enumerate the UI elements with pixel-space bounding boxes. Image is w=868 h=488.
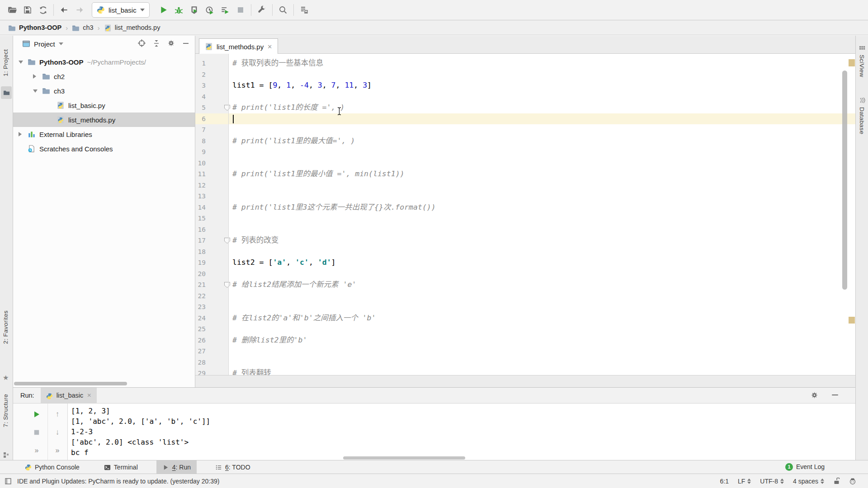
tool-window-button-python-console[interactable]: Python Console [19, 460, 85, 474]
error-stripe-mark[interactable] [849, 59, 855, 66]
tool-tab-database[interactable]: Database [859, 107, 865, 134]
tool-tab-project[interactable]: 1: Project [2, 49, 9, 76]
code-line-6[interactable]: 6 [195, 113, 855, 125]
rerun-button[interactable] [32, 410, 41, 419]
tree-item-list-methods-py[interactable]: list_methods.py [13, 113, 195, 127]
code-line-22[interactable]: 22 [195, 291, 855, 302]
fold-marker-icon[interactable] [224, 282, 230, 288]
breadcrumb-item[interactable]: ch3 [72, 24, 93, 32]
console-output[interactable]: [1, 2, 3][1, 'abc', 2.0, ['a', 'b', 'c']… [71, 406, 210, 458]
toolwindow-toggle-icon[interactable] [5, 478, 12, 486]
code-line-14[interactable]: 14# print('list1里3这个元素一共出现了{}次.format()) [195, 202, 855, 213]
save-all-icon[interactable] [20, 3, 35, 17]
code-line-24[interactable]: 24# 在list2的'a'和'b'之间插入一个 'b' [195, 313, 855, 324]
tree-item-external-libraries[interactable]: External Libraries [13, 127, 195, 141]
hide-panel-icon[interactable] [182, 40, 189, 48]
code-line-13[interactable]: 13 [195, 191, 855, 202]
indent-widget[interactable]: 4 spaces [793, 478, 824, 485]
editor-tab-list-methods[interactable]: list_methods.py ✕ [199, 38, 278, 54]
code-line-18[interactable]: 18 [195, 246, 855, 258]
project-horizontal-scrollbar[interactable] [14, 382, 127, 385]
code-line-19[interactable]: 19list2 = ['a', 'c', 'd'] [195, 257, 855, 268]
locate-file-icon[interactable] [138, 39, 146, 48]
hector-inspector-icon[interactable] [849, 478, 856, 485]
chevron-collapsed-icon[interactable] [33, 74, 42, 79]
editor-vertical-scrollbar[interactable] [842, 70, 847, 290]
chevron-expanded-icon[interactable] [33, 89, 42, 93]
code-line-28[interactable]: 28 [195, 357, 855, 368]
code-line-17[interactable]: 17# 列表的改变 [195, 235, 855, 246]
structure-icon[interactable] [3, 452, 9, 460]
code-editor[interactable]: 1# 获取列表的一些基本信息23list1 = [9, 1, -4, 3, 7,… [195, 54, 855, 375]
chevron-collapsed-icon[interactable] [19, 132, 28, 136]
code-line-16[interactable]: 16 [195, 224, 855, 235]
line-separator-widget[interactable]: LF [738, 478, 751, 485]
chevron-expanded-icon[interactable] [19, 61, 28, 64]
breadcrumb-item[interactable]: Python3-OOP [8, 24, 61, 32]
run-configuration-select[interactable]: list_basic [92, 2, 150, 18]
sciview-icon[interactable] [859, 46, 865, 54]
down-stack-trace-icon[interactable]: ↓ [53, 428, 62, 437]
tree-item-scratches-and-consoles[interactable]: Scratches and Consoles [13, 141, 195, 156]
tree-item-ch3[interactable]: ch3 [13, 84, 195, 98]
code-line-20[interactable]: 20 [195, 268, 855, 280]
stop-process-button[interactable] [32, 428, 41, 437]
code-line-2[interactable]: 2 [195, 69, 855, 80]
fold-marker-icon[interactable] [224, 105, 230, 111]
forward-icon[interactable] [72, 3, 87, 17]
code-line-15[interactable]: 15 [195, 213, 855, 224]
run-tab-list-basic[interactable]: list_basic ✕ [41, 388, 97, 403]
run-settings-gear-icon[interactable] [811, 391, 818, 401]
project-panel-title[interactable]: Project [34, 40, 55, 48]
code-line-9[interactable]: 9 [195, 146, 855, 158]
encoding-widget[interactable]: UTF-8 [760, 478, 784, 485]
code-line-11[interactable]: 11# print('list1里的最小值 =', min(list1)) [195, 169, 855, 180]
code-line-8[interactable]: 8# print('list1里的最大值=', ) [195, 136, 855, 147]
gear-icon[interactable] [167, 39, 175, 48]
project-tab-active-icon[interactable] [1, 86, 12, 99]
tree-item-ch2[interactable]: ch2 [13, 69, 195, 84]
code-line-12[interactable]: 12 [195, 180, 855, 191]
tool-window-button-6-todo[interactable]: 6: TODO [209, 460, 256, 474]
event-log-button[interactable]: 1 Event Log [785, 460, 825, 474]
code-line-1[interactable]: 1# 获取列表的一些基本信息 [195, 58, 855, 69]
database-icon[interactable] [859, 97, 865, 105]
code-line-25[interactable]: 25 [195, 324, 855, 335]
tree-item-list-basic-py[interactable]: list_basic.py [13, 98, 195, 113]
code-line-3[interactable]: 3list1 = [9, 1, -4, 3, 7, 11, 3] [195, 80, 855, 91]
breadcrumb-item[interactable]: list_methods.py [104, 24, 160, 32]
stop-button[interactable] [233, 3, 248, 17]
wrench-icon[interactable] [254, 3, 269, 17]
search-everywhere-icon[interactable] [275, 3, 291, 17]
hide-run-panel-icon[interactable] [831, 391, 839, 401]
close-run-tab-icon[interactable]: ✕ [87, 392, 91, 399]
star-icon[interactable]: ★ [3, 374, 9, 382]
code-line-21[interactable]: 21# 给list2结尾添加一个新元素 'e' [195, 279, 855, 291]
console-horizontal-scrollbar[interactable] [343, 456, 465, 460]
code-line-7[interactable]: 7 [195, 124, 855, 136]
synchronize-icon[interactable] [35, 3, 51, 17]
error-stripe-mark[interactable] [849, 317, 855, 324]
expand-toolbar-icon[interactable]: » [32, 446, 41, 455]
status-message[interactable]: IDE and Plugin Updates: PyCharm is ready… [17, 478, 219, 485]
open-folder-icon[interactable] [5, 3, 20, 17]
code-line-29[interactable]: 29# 列表翻转 [195, 368, 855, 375]
collapse-all-icon[interactable] [153, 40, 160, 48]
tool-window-button-4-run[interactable]: 4: Run [156, 460, 197, 474]
tool-tab-structure[interactable]: 7: Structure [2, 394, 9, 427]
tool-tab-favorites[interactable]: 2: Favorites [2, 310, 9, 344]
code-line-10[interactable]: 10 [195, 158, 855, 169]
up-stack-trace-icon[interactable]: ↑ [53, 410, 62, 419]
caret-position-widget[interactable]: 6:1 [720, 478, 728, 485]
run-anything-button[interactable] [217, 3, 233, 17]
unlock-icon[interactable] [833, 478, 840, 485]
tree-item-python3-oop[interactable]: Python3-OOP~/PycharmProjects/ [13, 55, 195, 69]
manage-targets-icon[interactable] [297, 3, 312, 17]
code-line-26[interactable]: 26# 删除list2里的'b' [195, 335, 855, 346]
run-with-coverage-button[interactable] [187, 3, 202, 17]
run-button[interactable] [156, 3, 171, 17]
code-line-4[interactable]: 4 [195, 91, 855, 103]
debug-button[interactable] [171, 3, 187, 17]
code-line-23[interactable]: 23 [195, 301, 855, 313]
close-tab-icon[interactable]: ✕ [267, 43, 272, 50]
